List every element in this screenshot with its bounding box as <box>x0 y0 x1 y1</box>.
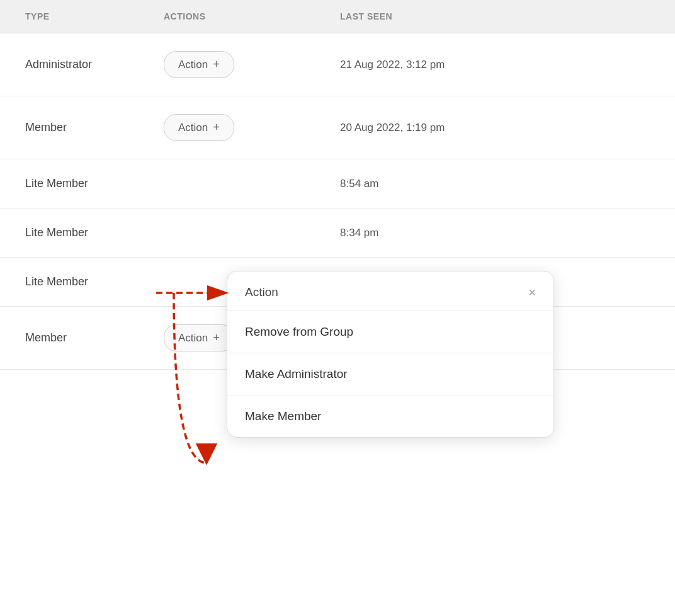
cell-lastseen: 20 Aug 2022, 1:19 pm <box>340 122 650 134</box>
action-button[interactable]: Action + <box>164 114 234 141</box>
col-lastseen-header: LAST SEEN <box>340 11 650 21</box>
cell-type: Lite Member <box>25 275 164 288</box>
dropdown-item-remove[interactable]: Remove from Group <box>227 311 553 353</box>
col-type-header: TYPE <box>25 11 164 21</box>
action-label: Action <box>178 122 208 134</box>
cell-lastseen: 8:34 pm <box>340 227 650 239</box>
cell-actions: Action + <box>164 51 340 78</box>
dropdown-item-make-admin[interactable]: Make Administrator <box>227 353 553 396</box>
dropdown-header: Action × <box>227 271 553 311</box>
table-row: Administrator Action + 21 Aug 2022, 3:12… <box>0 33 675 96</box>
plus-icon: + <box>213 58 220 71</box>
cell-type: Lite Member <box>25 177 164 190</box>
action-button[interactable]: Action + <box>164 51 234 78</box>
table-container: TYPE ACTIONS LAST SEEN Administrator Act… <box>0 0 675 616</box>
plus-icon: + <box>213 331 220 345</box>
cell-actions: Action + <box>164 114 340 141</box>
col-actions-header: ACTIONS <box>164 11 340 21</box>
plus-icon: + <box>213 121 220 134</box>
table-row: Lite Member 8:54 am <box>0 159 675 208</box>
dropdown-item-make-member[interactable]: Make Member <box>227 396 553 437</box>
cell-type: Member <box>25 121 164 134</box>
dropdown-close-button[interactable]: × <box>528 286 536 299</box>
action-label: Action <box>178 59 208 71</box>
cell-type: Lite Member <box>25 226 164 239</box>
cell-type: Member <box>25 331 164 345</box>
table-row: Lite Member 8:34 pm <box>0 208 675 258</box>
action-label: Action <box>178 332 208 345</box>
action-dropdown: Action × Remove from Group Make Administ… <box>227 271 554 438</box>
table-row: Member Action + 20 Aug 2022, 1:19 pm <box>0 96 675 159</box>
table-header: TYPE ACTIONS LAST SEEN <box>0 0 675 33</box>
dropdown-title: Action <box>245 285 278 299</box>
action-button[interactable]: Action + <box>164 324 234 351</box>
cell-lastseen: 8:54 am <box>340 178 650 190</box>
cell-type: Administrator <box>25 58 164 71</box>
cell-lastseen: 21 Aug 2022, 3:12 pm <box>340 59 650 71</box>
